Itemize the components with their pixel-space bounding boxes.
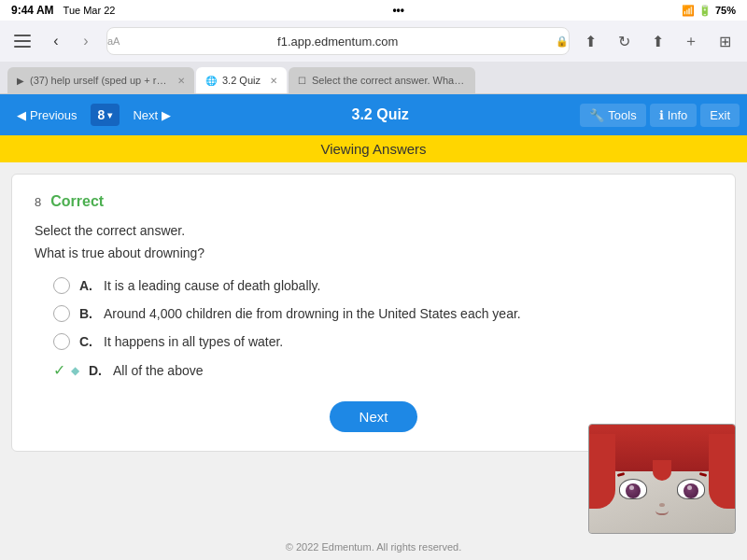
checkmark-icon: ✓ (53, 361, 65, 379)
anime-video-thumbnail[interactable] (588, 424, 736, 534)
app-nav-bar: ◀ Previous 8 ▾ Next ▶ 3.2 Quiz 🔧 Tools ℹ… (0, 94, 747, 135)
option-a-text: It is a leading cause of death globally. (104, 278, 320, 293)
svg-rect-0 (14, 35, 31, 36)
chevron-right-icon: ▶ (162, 108, 171, 122)
option-b-letter: B. (79, 306, 94, 321)
radio-b (53, 305, 70, 322)
previous-label: Previous (30, 108, 78, 122)
new-tab-button[interactable]: ＋ (678, 28, 704, 54)
radio-a (53, 277, 70, 294)
font-size-icon: aA (107, 35, 120, 47)
back-button[interactable]: ‹ (43, 28, 69, 54)
quiz-tab-label: 3.2 Quiz (222, 75, 261, 86)
option-a-letter: A. (79, 278, 94, 293)
pupil-shine-left (629, 485, 634, 490)
sidebar-toggle-button[interactable] (9, 28, 35, 54)
battery-level: 75% (715, 5, 736, 16)
tab-quiz[interactable]: 🌐 3.2 Quiz ✕ (196, 67, 287, 93)
next-nav-label: Next (133, 108, 158, 122)
option-c-letter: C. (79, 334, 94, 349)
tools-label: Tools (608, 108, 636, 122)
viewing-answers-text: Viewing Answers (320, 141, 426, 157)
address-bar[interactable]: aA f1.app.edmentum.com 🔒 (106, 27, 570, 55)
quiz-favicon: 🌐 (205, 76, 217, 86)
status-time: 9:44 AM (11, 4, 54, 17)
footer-text: © 2022 Edmentum. All rights reserved. (286, 541, 461, 553)
hair-side-right (709, 434, 735, 509)
youtube-tab-close[interactable]: ✕ (177, 76, 185, 86)
share-button[interactable]: ⬆ (644, 28, 670, 54)
option-c: C. It happens in all types of water. (53, 333, 712, 350)
nav-tools-group: 🔧 Tools ℹ Info Exit (580, 104, 740, 127)
question-instruction: Select the correct answer. (35, 223, 712, 238)
exit-button[interactable]: Exit (700, 104, 740, 127)
question-tab-label: Select the correct answer. What is true … (312, 75, 466, 86)
option-b-text: Around 4,000 children die from drowning … (104, 306, 521, 321)
answer-options-list: A. It is a leading cause of death global… (53, 277, 712, 379)
next-nav-button[interactable]: Next ▶ (123, 103, 180, 128)
eye-left (619, 479, 647, 499)
exit-label: Exit (710, 108, 730, 122)
browser-tabs: ▶ (37) help urself (sped up + reverb) - … (0, 62, 747, 93)
info-icon: ℹ (659, 108, 664, 122)
face-mark-right (699, 472, 708, 477)
ellipsis-icon: ••• (392, 4, 404, 17)
option-d-letter: D. (89, 363, 104, 378)
radio-c (53, 333, 70, 350)
browser-chrome: ‹ › aA f1.app.edmentum.com 🔒 ⬆ ↻ ⬆ ＋ ⊞ ▶… (0, 21, 747, 94)
browser-actions: ⬆ ↻ ⬆ ＋ ⊞ (577, 28, 738, 54)
pupil-shine-right (687, 485, 692, 490)
wifi-icon: 📶 (682, 5, 695, 17)
eye-right (677, 479, 705, 499)
dropdown-icon: ▾ (107, 110, 112, 120)
info-button[interactable]: ℹ Info (650, 104, 698, 127)
battery-icon: 🔋 (698, 5, 712, 17)
info-label: Info (668, 108, 688, 122)
page-footer: © 2022 Edmentum. All rights reserved. (0, 541, 747, 553)
youtube-tab-label: (37) help urself (sped up + reverb) - Yo… (30, 75, 168, 86)
question-selector-button[interactable]: 8 ▾ (91, 104, 120, 126)
svg-rect-2 (14, 46, 31, 48)
option-d: ✓ ◆ D. All of the above (53, 361, 712, 379)
forward-button[interactable]: › (73, 28, 99, 54)
status-center: ••• (392, 4, 404, 17)
quiz-title: 3.2 Quiz (180, 106, 580, 123)
tab-youtube[interactable]: ▶ (37) help urself (sped up + reverb) - … (7, 67, 194, 93)
question-number: 8 (35, 195, 41, 209)
quiz-tab-close[interactable]: ✕ (270, 76, 277, 86)
viewing-answers-banner: Viewing Answers (0, 135, 747, 162)
tools-icon: 🔧 (589, 108, 604, 122)
option-c-text: It happens in all types of water. (104, 334, 283, 349)
question-text: What is true about drowning? (35, 245, 712, 260)
status-left: 9:44 AM Tue Mar 22 (11, 4, 115, 17)
status-bar: 9:44 AM Tue Mar 22 ••• 📶 🔋 75% (0, 0, 747, 21)
previous-button[interactable]: ◀ Previous (7, 103, 87, 128)
tools-button[interactable]: 🔧 Tools (580, 104, 645, 127)
upload-button[interactable]: ⬆ (577, 28, 603, 54)
anime-face (589, 425, 735, 533)
question-header: 8 Correct (35, 193, 712, 210)
question-number-display: 8 (98, 107, 106, 122)
diamond-icon: ◆ (71, 364, 79, 377)
question-card: 8 Correct Select the correct answer. Wha… (11, 174, 736, 452)
refresh-button[interactable]: ↻ (611, 28, 637, 54)
lock-icon: 🔒 (556, 35, 569, 48)
face-mark-left (617, 472, 626, 477)
option-b: B. Around 4,000 children die from drowni… (53, 305, 712, 322)
option-d-text: All of the above (113, 363, 204, 378)
chevron-left-icon: ◀ (17, 108, 26, 122)
browser-toolbar: ‹ › aA f1.app.edmentum.com 🔒 ⬆ ↻ ⬆ ＋ ⊞ (0, 21, 747, 62)
next-button[interactable]: Next (330, 401, 418, 432)
address-text: f1.app.edmentum.com (123, 35, 552, 49)
option-a: A. It is a leading cause of death global… (53, 277, 712, 294)
tab-question[interactable]: ☐ Select the correct answer. What is tru… (289, 67, 475, 93)
hair-bang (653, 460, 671, 481)
status-right: 📶 🔋 75% (682, 5, 736, 17)
tabs-overview-button[interactable]: ⊞ (712, 28, 738, 54)
svg-rect-1 (14, 40, 31, 42)
question-status: Correct (50, 193, 104, 210)
browser-nav-buttons: ‹ › (43, 28, 99, 54)
question-favicon: ☐ (298, 76, 306, 86)
youtube-favicon: ▶ (17, 76, 24, 86)
anime-mouth (655, 511, 669, 515)
